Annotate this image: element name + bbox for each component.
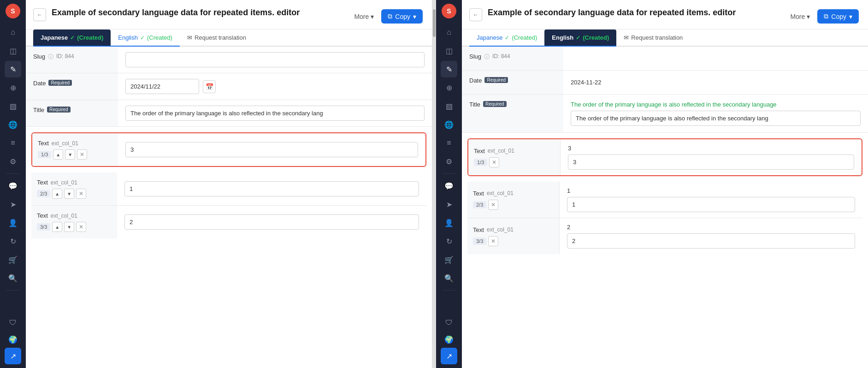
right-sidebar-bottom: 🛡 🌍 ↗: [441, 315, 457, 364]
date-label: Date: [33, 80, 46, 87]
text-item-1-ext: ext_col_01: [52, 140, 78, 147]
right-sidebar-icon-send[interactable]: ➤: [441, 196, 457, 213]
slug-field-row: Slug ⓘ ID: 844: [26, 47, 432, 73]
text-item-3-down-btn[interactable]: ▼: [64, 222, 74, 232]
sidebar-divider-1: [6, 173, 20, 174]
sidebar-icon-home[interactable]: ⌂: [5, 24, 21, 41]
right-sidebar-icon-home[interactable]: ⌂: [441, 24, 457, 41]
sidebar-icon-layers[interactable]: ≡: [5, 135, 21, 151]
right-sidebar-logo[interactable]: S: [442, 4, 456, 18]
right-tab-japanese[interactable]: Japanese ✓ (Created): [469, 30, 544, 47]
text-item-2-label: Text: [37, 179, 48, 186]
text-item-1-delete-btn[interactable]: ✕: [77, 149, 87, 160]
right-text-item-3-input[interactable]: [567, 233, 855, 249]
right-text-item-3-inner: Text ext_col_01 3/3 ✕ 2: [467, 218, 862, 254]
right-text-item-1-ext: ext_col_01: [488, 148, 514, 154]
sidebar-icon-search[interactable]: 🔍: [5, 270, 21, 286]
right-panel-content: Slug ⓘ ID: 844 Date Required 2024-11-22 …: [462, 47, 868, 368]
sidebar-icon-gear[interactable]: ⚙: [5, 153, 21, 170]
right-date-label: Date: [469, 77, 482, 84]
text-item-2-delete-btn[interactable]: ✕: [76, 189, 86, 199]
right-sidebar-icon-refresh[interactable]: ↻: [441, 233, 457, 249]
calendar-icon[interactable]: 📅: [203, 80, 216, 93]
right-text-item-1-input[interactable]: [568, 154, 854, 170]
right-sidebar-icon-search[interactable]: 🔍: [441, 270, 457, 286]
right-panel: ← Example of secondary language data for…: [462, 0, 868, 368]
info-icon: ⓘ: [48, 53, 53, 61]
text-item-2-down-btn[interactable]: ▼: [64, 189, 74, 199]
slug-input[interactable]: [125, 52, 425, 67]
text-item-3-ext: ext_col_01: [51, 213, 77, 219]
right-text-item-2-ext: ext_col_01: [487, 190, 514, 196]
right-text-item-2-counter-row: 2/3 ✕: [473, 200, 554, 210]
right-sidebar-icon-user[interactable]: 👤: [441, 214, 457, 231]
more-button[interactable]: More ▾: [350, 10, 378, 23]
right-title-hint: The order of the primary language is als…: [571, 101, 861, 108]
right-request-translation-tab[interactable]: ✉ Request translation: [616, 30, 690, 46]
right-sidebar-icon-globe[interactable]: 🌐: [441, 116, 457, 133]
right-sidebar-icon-chat[interactable]: 💬: [441, 178, 457, 194]
text-item-2-input[interactable]: [124, 181, 419, 196]
right-text-item-2-delete-btn[interactable]: ✕: [488, 200, 498, 210]
sidebar-icon-external[interactable]: ↗: [5, 348, 21, 364]
text-item-3-up-btn[interactable]: ▲: [52, 222, 62, 232]
text-item-1-counter: 1/3: [38, 151, 51, 158]
text-item-1-down-btn[interactable]: ▼: [65, 149, 75, 160]
copy-button[interactable]: ⧉ Copy ▾: [381, 9, 423, 24]
date-input[interactable]: [125, 79, 199, 94]
slug-value-col: [118, 47, 432, 73]
title-input[interactable]: [125, 106, 425, 121]
title-field-row: Title Required: [26, 100, 432, 127]
right-text-item-1-delete-btn[interactable]: ✕: [489, 157, 499, 167]
right-copy-button[interactable]: ⧉ Copy ▾: [817, 9, 859, 24]
left-panel-header: ← Example of secondary language data for…: [26, 0, 432, 30]
right-text-item-3-delete-btn[interactable]: ✕: [488, 236, 498, 246]
right-more-button[interactable]: More ▾: [786, 10, 814, 23]
right-sidebar-icon-layers[interactable]: ≡: [441, 135, 457, 151]
right-sidebar-icon-shield[interactable]: 🛡: [441, 315, 457, 331]
sidebar-icon-chat[interactable]: 💬: [5, 178, 21, 194]
sidebar-icon-database[interactable]: ◫: [5, 42, 21, 59]
right-sidebar-icon-image[interactable]: ▨: [441, 98, 457, 114]
sidebar-icon-refresh[interactable]: ↻: [5, 233, 21, 249]
right-tabs-bar: Japanese ✓ (Created) English ✓ (Created)…: [462, 30, 868, 47]
sidebar-icon-cart[interactable]: 🛒: [5, 251, 21, 268]
right-back-button[interactable]: ←: [469, 8, 482, 21]
sidebar-bottom: 🛡 🌍 ↗: [5, 315, 21, 364]
sidebar-icon-shield[interactable]: 🛡: [5, 315, 21, 331]
right-title-input[interactable]: [571, 111, 861, 126]
sidebar-icon-globe2[interactable]: 🌍: [5, 331, 21, 348]
right-sidebar-divider-2: [442, 290, 456, 291]
right-sidebar-icon-gear[interactable]: ⚙: [441, 153, 457, 170]
text-item-2-value-col: [117, 172, 426, 205]
request-translation-tab[interactable]: ✉ Request translation: [180, 30, 254, 46]
right-date-value: 2024-11-22: [571, 79, 861, 86]
sidebar-icon-settings[interactable]: ⊕: [5, 79, 21, 96]
scroll-thumb[interactable]: [433, 9, 436, 37]
sidebar-logo[interactable]: S: [6, 4, 20, 18]
text-item-3-delete-btn[interactable]: ✕: [76, 222, 86, 232]
text-item-3-input[interactable]: [124, 214, 419, 230]
right-tab-english[interactable]: English ✓ (Created): [544, 30, 616, 47]
sidebar-icon-user[interactable]: 👤: [5, 214, 21, 231]
back-button[interactable]: ←: [33, 8, 46, 21]
right-sidebar-icon-settings[interactable]: ⊕: [441, 79, 457, 96]
right-sidebar-icon-cart[interactable]: 🛒: [441, 251, 457, 268]
right-sidebar-icon-globe2[interactable]: 🌍: [441, 331, 457, 348]
sidebar-icon-send[interactable]: ➤: [5, 196, 21, 213]
right-sidebar-icon-pencil[interactable]: ✎: [441, 61, 457, 77]
tab-english[interactable]: English ✓ (Created): [111, 30, 180, 47]
right-sidebar-icon-external[interactable]: ↗: [441, 348, 457, 364]
sidebar-icon-image[interactable]: ▨: [5, 98, 21, 114]
tab-japanese[interactable]: Japanese ✓ (Created): [33, 30, 111, 47]
text-item-1-up-btn[interactable]: ▲: [53, 149, 63, 160]
text-item-1-counter-row: 1/3 ▲ ▼ ✕: [38, 149, 112, 160]
text-item-1-label-col: Text ext_col_01 1/3 ▲ ▼ ✕: [32, 133, 118, 166]
right-text-item-2-input[interactable]: [567, 197, 855, 212]
right-sidebar-icon-database[interactable]: ◫: [441, 42, 457, 59]
sidebar-icon-pencil[interactable]: ✎: [5, 61, 21, 77]
text-item-3-inner: Text ext_col_01 3/3 ▲ ▼ ✕: [31, 206, 426, 238]
sidebar-icon-globe[interactable]: 🌐: [5, 116, 21, 133]
text-item-2-up-btn[interactable]: ▲: [52, 189, 62, 199]
text-item-1-input[interactable]: [125, 142, 418, 157]
